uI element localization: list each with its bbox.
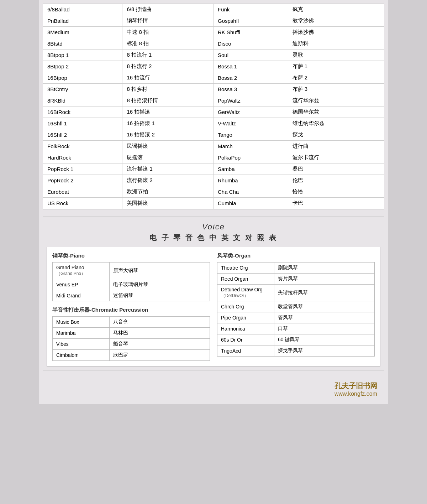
rhythm-name: PopWaltz <box>214 95 288 106</box>
rhythm-name: FolkRock <box>43 141 122 152</box>
voice-left-col: 钢琴类-Piano Grand Piano（Grand Pno） 原声大钢琴 V… <box>52 253 210 361</box>
rhythm-chinese: 标准 8 拍 <box>122 38 213 50</box>
table-row: Chrch Org教堂管风琴 <box>217 301 375 312</box>
watermark-line2: www.kongfz.com <box>50 391 377 397</box>
table-row: Eurobeat欧洲节拍 <box>43 186 213 198</box>
table-row: TngoAcd探戈手风琴 <box>217 345 375 357</box>
table-row: 8Btstd标准 8 拍 <box>43 38 213 50</box>
table-row: Funk疯克 <box>214 4 384 15</box>
voice-card-grid: 钢琴类-Piano Grand Piano（Grand Pno） 原声大钢琴 V… <box>52 253 375 361</box>
piano-item-name: Midi Grand <box>53 290 110 301</box>
table-row: Reed Organ簧片风琴 <box>217 274 375 285</box>
rhythm-name: Gospshfl <box>214 15 288 27</box>
rhythm-chinese: 钢琴抒情 <box>122 15 213 27</box>
table-row: 16BtRock16 拍摇滚 <box>43 106 213 118</box>
rhythm-chinese: 伦巴 <box>288 175 384 186</box>
table-row: Bossa 3布萨 3 <box>214 84 384 95</box>
rhythm-name: 8RKBld <box>43 95 122 106</box>
left-line <box>127 227 199 227</box>
table-row: 8Medium中速 8 拍 <box>43 27 213 38</box>
table-row: GerWaltz德国华尔兹 <box>214 106 384 118</box>
rhythm-chinese: 16 拍摇滚 2 <box>122 129 213 141</box>
piano-item-chinese: 迷笛钢琴 <box>110 290 210 301</box>
rhythm-name: Funk <box>214 4 288 15</box>
rhythm-name: PolkaPop <box>214 152 288 163</box>
table-row: HardRock硬摇滚 <box>43 152 213 163</box>
table-row: 6/8Ballad6/8 抒情曲 <box>43 4 213 15</box>
rhythm-name: RK Shuffl <box>214 27 288 38</box>
rhythm-name: Rhumba <box>214 175 288 186</box>
organ-name: 60s Dr Or <box>217 334 274 345</box>
table-row: Detuned Draw Org（DetDrwOr）失谐拉杆风琴 <box>217 285 375 301</box>
rhythm-chinese: 6/8 抒情曲 <box>122 4 213 15</box>
rhythm-name: V-Waltz <box>214 118 288 129</box>
rhythm-name: PopRock 1 <box>43 163 122 175</box>
rhythm-chinese: 8 拍乡村 <box>122 84 213 95</box>
table-row: Bossa 2布萨 2 <box>214 72 384 84</box>
table-row: Soul灵歌 <box>214 50 384 61</box>
rhythm-chinese: 摇滚沙佛 <box>288 27 384 38</box>
rhythm-right-table: Funk疯克Gospshfl教堂沙佛RK Shuffl摇滚沙佛Disco迪斯科S… <box>214 4 384 209</box>
organ-name: Pipe Organ <box>217 312 274 323</box>
rhythm-chinese: 8 拍摇滚抒情 <box>122 95 213 106</box>
rhythm-name: Bossa 1 <box>214 61 288 72</box>
rhythm-chinese: 布萨 2 <box>288 72 384 84</box>
table-row: PopRock 1流行摇滚 1 <box>43 163 213 175</box>
chromatic-name: Music Box <box>53 317 110 328</box>
organ-name: Theatre Org <box>217 263 274 274</box>
rhythm-name: 8Btstd <box>43 38 122 50</box>
table-row: Marimba马林巴 <box>53 328 210 339</box>
organ-chinese: 口琴 <box>274 323 375 334</box>
rhythm-chinese: 恰恰 <box>288 186 384 198</box>
rhythm-chinese: 8 拍流行 1 <box>122 50 213 61</box>
rhythm-name: Cumbia <box>214 198 288 209</box>
voice-title-line: Voice <box>47 222 380 232</box>
rhythm-chinese: 中速 8 拍 <box>122 27 213 38</box>
table-row: Music Box八音盒 <box>53 317 210 328</box>
organ-name: Reed Organ <box>217 274 274 285</box>
table-row: Pipe Organ管风琴 <box>217 312 375 323</box>
organ-chinese: 管风琴 <box>274 312 375 323</box>
table-row: 16Shfl 216 拍摇滚 2 <box>43 129 213 141</box>
organ-name: Harmonica <box>217 323 274 334</box>
table-row: 60s Dr Or60 键风琴 <box>217 334 375 345</box>
organ-chinese: 教堂管风琴 <box>274 301 375 312</box>
table-row: PnBallad钢琴抒情 <box>43 15 213 27</box>
rhythm-name: GerWaltz <box>214 106 288 118</box>
main-container: 6/8Ballad6/8 抒情曲PnBallad钢琴抒情8Medium中速 8 … <box>39 0 388 404</box>
table-row: Theatre Org剧院风琴 <box>217 263 375 274</box>
rhythm-chinese: 灵歌 <box>288 50 384 61</box>
rhythm-name: 16Shfl 1 <box>43 118 122 129</box>
table-row: 8Btpop 18 拍流行 1 <box>43 50 213 61</box>
table-row: Midi Grand 迷笛钢琴 <box>53 290 210 301</box>
rhythm-chinese: 美国摇滚 <box>122 198 213 209</box>
rhythm-section: 6/8Ballad6/8 抒情曲PnBallad钢琴抒情8Medium中速 8 … <box>43 4 384 209</box>
rhythm-name: Bossa 3 <box>214 84 288 95</box>
rhythm-name: Tango <box>214 129 288 141</box>
table-row: Rhumba伦巴 <box>214 175 384 186</box>
rhythm-chinese: 16 拍流行 <box>122 72 213 84</box>
rhythm-left-table: 6/8Ballad6/8 抒情曲PnBallad钢琴抒情8Medium中速 8 … <box>43 4 213 209</box>
table-row: FolkRock民谣摇滚 <box>43 141 213 152</box>
organ-name: Chrch Org <box>217 301 274 312</box>
rhythm-name: PopRock 2 <box>43 175 122 186</box>
organ-name: Detuned Draw Org（DetDrwOr） <box>217 285 274 301</box>
rhythm-chinese: 卡巴 <box>288 198 384 209</box>
rhythm-chinese: 波尔卡流行 <box>288 152 384 163</box>
table-row: PolkaPop波尔卡流行 <box>214 152 384 163</box>
table-row: Cha Cha恰恰 <box>214 186 384 198</box>
rhythm-left-col: 6/8Ballad6/8 抒情曲PnBallad钢琴抒情8Medium中速 8 … <box>43 4 214 209</box>
rhythm-name: HardRock <box>43 152 122 163</box>
table-row: Bossa 1布萨 1 <box>214 61 384 72</box>
rhythm-chinese: 民谣摇滚 <box>122 141 213 152</box>
table-row: 16Shfl 116 拍摇滚 1 <box>43 118 213 129</box>
rhythm-chinese: 硬摇滚 <box>122 152 213 163</box>
rhythm-name: US Rock <box>43 198 122 209</box>
voice-subtitle: 电 子 琴 音 色 中 英 文 对 照 表 <box>47 233 380 243</box>
voice-header: Voice 电 子 琴 音 色 中 英 文 对 照 表 <box>47 222 380 243</box>
table-row: Gospshfl教堂沙佛 <box>214 15 384 27</box>
chromatic-name: Vibes <box>53 339 110 350</box>
rhythm-name: Eurobeat <box>43 186 122 198</box>
rhythm-name: Soul <box>214 50 288 61</box>
rhythm-name: 8Medium <box>43 27 122 38</box>
